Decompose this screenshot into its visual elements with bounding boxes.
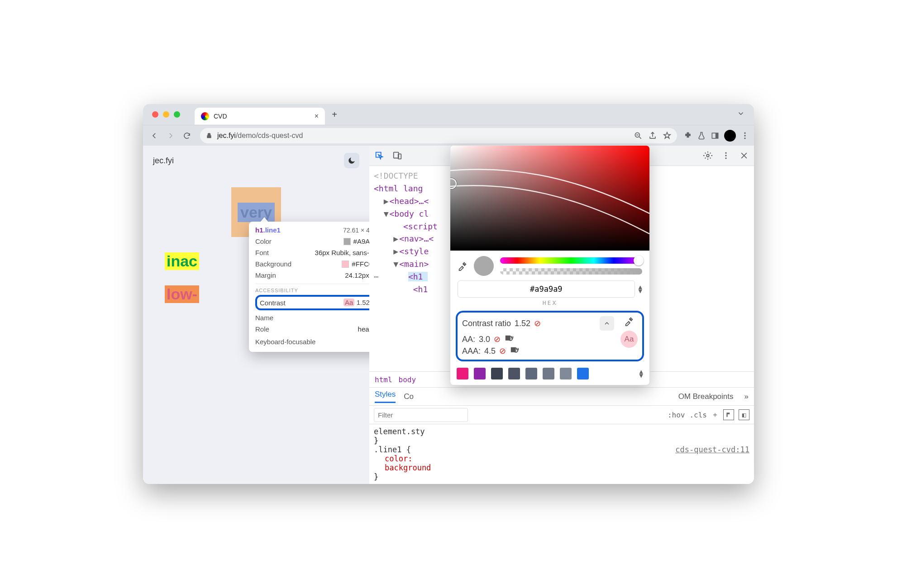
palette-swatch[interactable] [491,368,503,379]
palette-swatch[interactable] [508,368,520,379]
fail-icon: ⊘ [534,318,541,328]
element-inspector-tooltip: h1.line1 72.61 × 42.67 Color#A9A9A9 Font… [249,222,369,352]
alpha-thumb[interactable] [634,268,642,275]
crumb-body[interactable]: body [399,375,416,384]
cls-toggle[interactable]: .cls [689,411,707,419]
palette-switch-button[interactable]: ▲▼ [639,370,643,378]
tooltip-role-label: Role [255,325,269,333]
toggle-sidebar-icon[interactable]: ◧ [739,409,749,420]
css-brace: } [374,436,749,445]
prop-background[interactable]: background [385,463,431,472]
device-toolbar-button[interactable] [391,149,404,162]
demo-line2: inac [165,252,199,270]
tooltip-color-value: #A9A9A9 [344,237,369,245]
fix-aa-icon[interactable] [504,334,514,344]
tab-dom-breakpoints[interactable]: OM Breakpoints [678,392,734,401]
palette-swatch[interactable] [560,368,572,379]
pick-bg-color-icon[interactable] [624,316,634,326]
side-panel-icon[interactable] [711,131,720,140]
close-window-button[interactable] [152,111,158,118]
tab-computed[interactable]: Co [404,392,414,401]
palette-swatch[interactable] [525,368,537,379]
demo-line3: low- [165,285,199,303]
devtools-close-button[interactable] [738,149,750,162]
labs-icon[interactable] [697,131,706,140]
collapse-contrast-button[interactable] [600,316,614,331]
aa-sample-icon: Aa [344,299,354,306]
new-style-rule-button[interactable]: ＋ [711,410,719,420]
svg-point-8 [706,154,709,157]
devtools-panel: <!DOCTYPE <html lang ▶<head>…< ▼<body cl… [369,146,754,484]
new-tab-button[interactable]: + [328,108,341,121]
devtools-menu-button[interactable] [720,149,732,162]
hex-label: HEX [450,299,649,306]
saturation-value-field[interactable] [450,146,649,251]
svg-point-9 [725,152,726,154]
color-palette: ▲▼ [450,365,649,385]
palette-swatch[interactable] [474,368,486,379]
minimize-window-button[interactable] [163,111,169,118]
tooltip-name-label: Name [255,314,273,322]
svg-point-5 [744,138,745,139]
address-bar[interactable]: jec.fyi/demo/cds-quest-cvd [200,128,677,143]
profile-avatar[interactable] [724,130,736,142]
tab-list-button[interactable] [733,109,749,119]
prop-color[interactable]: color: [385,454,412,463]
svg-point-3 [744,133,745,134]
hov-toggle[interactable]: :hov [668,411,685,419]
extensions-icon[interactable] [683,131,692,140]
star-icon[interactable] [663,131,672,140]
aa-value: 3.0 [479,335,490,344]
url-text: jec.fyi/demo/cds-quest-cvd [217,132,303,140]
color-picker-popup: ▲▼ HEX Contrast ratio 1.52 ⊘ [450,145,650,385]
styles-pane[interactable]: element.sty } .line1 {cds-quest-cvd:11 c… [369,424,754,484]
devtools-settings-button[interactable] [701,149,714,162]
source-link[interactable]: cds-quest-cvd:11 [675,445,749,454]
inspect-element-button[interactable] [373,149,386,162]
format-switch-button[interactable]: ▲▼ [639,285,642,293]
tabs-overflow-icon[interactable]: » [744,392,749,401]
palette-swatch[interactable] [457,368,468,379]
aaa-label: AAA: [462,346,481,356]
palette-swatch[interactable] [543,368,554,379]
rendered-page: jec.fyi very inac low- h1.line1 72.61 × … [143,146,369,484]
demo-line1-text: very [238,203,275,222]
tooltip-margin-label: Margin [255,271,276,279]
styles-filter-input[interactable] [374,408,468,422]
kebab-menu-icon[interactable] [740,131,749,140]
devtools-subtabs: Styles Co OM Breakpoints » [369,387,754,405]
contrast-value: 1.52 [515,319,530,328]
hue-slider[interactable] [500,257,642,264]
forward-button[interactable] [164,129,177,142]
moon-icon [348,156,356,165]
tab-styles[interactable]: Styles [375,390,396,403]
css-brace-end: } [374,472,749,481]
alpha-slider[interactable] [500,268,642,275]
palette-swatch[interactable] [577,368,589,379]
text-preview-chip: Aa [620,331,638,348]
eyedropper-icon[interactable] [458,261,468,271]
back-button[interactable] [148,129,161,142]
tab-strip: CVD × + [195,104,749,125]
dark-mode-toggle[interactable] [344,153,359,168]
tooltip-selector: h1.line1 [255,226,281,234]
browser-toolbar: jec.fyi/demo/cds-quest-cvd [143,125,754,146]
svg-point-4 [744,135,745,136]
share-icon[interactable] [648,131,657,140]
zoom-out-icon[interactable] [634,131,643,140]
tab-close-icon[interactable]: × [315,112,319,120]
tooltip-kb-label: Keyboard-focusable [255,338,315,346]
hue-thumb[interactable] [634,256,644,266]
reload-button[interactable] [180,129,194,142]
tab-title: CVD [214,113,227,120]
hex-input[interactable] [458,280,635,298]
tab-active[interactable]: CVD × [195,108,325,125]
crumb-html[interactable]: html [375,375,392,384]
aaa-value: 4.5 [484,346,496,356]
tooltip-role-value: heading [358,325,369,333]
window-titlebar: CVD × + [143,104,754,125]
fix-aaa-icon[interactable] [510,346,520,356]
maximize-window-button[interactable] [174,111,180,118]
chevron-down-icon [737,109,745,118]
paint-icon[interactable] [723,409,734,420]
